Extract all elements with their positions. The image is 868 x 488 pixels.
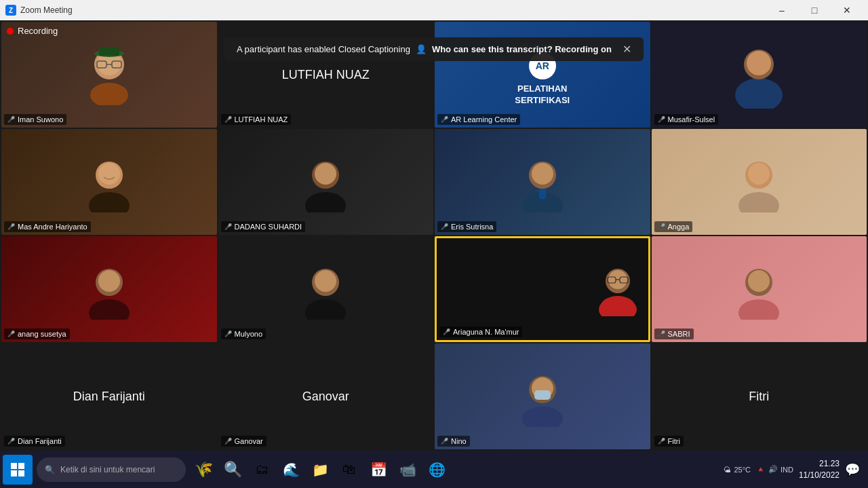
taskbar-app-taskview[interactable]: 🗂	[248, 455, 275, 485]
participant-name-dadang: 🎤 DADANG SUHARDI	[221, 221, 306, 232]
taskbar-search[interactable]: 🔍 Ketik di sini untuk mencari	[37, 457, 186, 482]
participant-label-dian: Dian Farijanti	[18, 437, 62, 445]
cc-banner-bold-text: Who can see this transcript? Recording o…	[432, 44, 612, 54]
video-cell-angga: 🎤 Angga	[652, 129, 867, 235]
participant-name-angga: 🎤 Angga	[654, 221, 693, 232]
video-cell-nino: 🎤 Nino	[435, 343, 650, 449]
svg-point-40	[522, 407, 563, 427]
participant-label-eris: Eris Sutrisna	[451, 223, 493, 231]
mic-icon-nino: 🎤	[441, 438, 448, 445]
video-cell-iman-suwono: 🎤 Iman Suwono	[1, 22, 217, 128]
volume-icon: 🔊	[768, 465, 778, 474]
video-cell-ganovar: Ganovar 🎤 Ganovar	[218, 343, 434, 449]
svg-rect-47	[18, 470, 24, 476]
participant-label-ar: AR Learning Center	[451, 115, 517, 124]
network-icons: 🔺 🔊 IND	[756, 465, 793, 474]
app-icon: Z	[5, 5, 16, 16]
participant-display-name-dian: Dian Farijanti	[66, 383, 152, 411]
mic-icon-dian: 🎤	[7, 438, 15, 445]
taskbar-app-search[interactable]: 🔍	[219, 455, 246, 485]
mic-icon-sabri: 🎤	[658, 331, 665, 337]
taskbar-app-explorer[interactable]: 📁	[307, 455, 334, 485]
svg-point-39	[748, 270, 770, 292]
minimize-button[interactable]: –	[766, 0, 797, 20]
participant-name-fitri: 🎤 Fitri	[654, 436, 684, 447]
participant-label-ganovar: Ganovar	[235, 437, 263, 445]
participant-avatar-andre	[82, 151, 136, 212]
participant-display-name-fitri: Fitri	[742, 383, 776, 411]
temperature: 25°C	[734, 466, 751, 474]
recording-label: Recording	[18, 26, 58, 36]
recording-badge: Recording	[7, 26, 58, 36]
svg-point-24	[89, 299, 130, 320]
svg-point-23	[748, 163, 770, 185]
window-controls[interactable]: – □ ✕	[766, 0, 863, 20]
mic-icon-ganovar: 🎤	[224, 438, 232, 445]
participant-label-andre: Mas Andre Hariyanto	[18, 223, 87, 231]
svg-rect-46	[11, 470, 17, 476]
slide-title: PELATIHANSERTIFIKASI	[515, 83, 570, 107]
participant-name-ar: 🎤 AR Learning Center	[437, 114, 520, 125]
svg-point-10	[747, 51, 771, 75]
video-cell-sabri: 🎤 SABRI	[652, 236, 867, 342]
video-cell-fitri: Fitri 🎤 Fitri	[652, 343, 867, 449]
search-placeholder: Ketik di sini untuk mencari	[60, 465, 155, 474]
weather-icon: 🌤	[724, 466, 731, 474]
svg-point-8	[735, 78, 783, 109]
svg-rect-20	[539, 189, 546, 199]
cc-banner-icon: 👤	[416, 44, 427, 54]
mic-icon-ariaguna: 🎤	[443, 329, 450, 335]
svg-point-29	[315, 270, 336, 292]
participant-name-anang: 🎤 anang susetya	[4, 329, 70, 339]
video-cell-andre: 🎤 Mas Andre Hariyanto	[1, 129, 217, 235]
video-cell-eris: 🎤 Eris Sutrisna	[435, 129, 650, 235]
mic-icon-ar: 🎤	[441, 116, 448, 123]
video-cell-dian: Dian Farijanti 🎤 Dian Farijanti	[1, 343, 217, 449]
participant-avatar-anang	[82, 259, 136, 320]
participant-name-nino: 🎤 Nino	[437, 436, 470, 447]
taskbar-clock: 21.23 11/10/2022	[799, 458, 840, 481]
svg-rect-44	[11, 463, 17, 469]
participant-avatar-sabri	[732, 259, 786, 320]
mic-icon-angga: 🎤	[658, 223, 665, 230]
taskbar-app-chrome[interactable]: 🌐	[423, 455, 450, 485]
svg-point-19	[532, 163, 553, 185]
participant-avatar-nino	[515, 366, 570, 427]
language-label: IND	[781, 466, 793, 474]
notifications-icon[interactable]: 💬	[845, 462, 860, 477]
taskbar-app-edge[interactable]: 🌊	[277, 455, 304, 485]
recording-dot	[7, 28, 14, 35]
participant-name-sabri: 🎤 SABRI	[654, 329, 694, 339]
taskbar-app-store[interactable]: 🛍	[336, 455, 363, 485]
mic-icon-musafir: 🎤	[658, 116, 665, 123]
cc-close-button[interactable]: ✕	[623, 43, 631, 56]
video-cell-ariaguna: 🎤 Ariaguna N. Ma'mur	[435, 236, 650, 342]
taskbar-app-cortana[interactable]: 🌾	[190, 455, 217, 485]
taskbar-apps: 🌾 🔍 🗂 🌊 📁 🛍 📅 📹 🌐	[190, 455, 450, 485]
taskbar-app-zoom[interactable]: 📹	[394, 455, 421, 485]
video-cell-anang: 🎤 anang susetya	[1, 236, 217, 342]
mic-icon-andre: 🎤	[7, 223, 15, 230]
windows-logo-icon	[10, 462, 25, 477]
participant-label-sabri: SABRI	[668, 330, 690, 338]
mic-icon-iman: 🎤	[7, 116, 15, 123]
cc-banner-text: A participant has enabled Closed Caption…	[237, 44, 410, 54]
svg-rect-7	[99, 48, 119, 56]
title-bar: Z Zoom Meeting – □ ✕	[0, 0, 868, 20]
participant-avatar-mulyono	[298, 259, 353, 320]
participant-name-dian: 🎤 Dian Farijanti	[4, 436, 65, 447]
svg-point-16	[315, 163, 336, 185]
participant-label-fitri: Fitri	[668, 437, 680, 445]
svg-point-14	[305, 192, 346, 212]
taskbar-app-zoom-30[interactable]: 📅	[365, 455, 392, 485]
participant-name-eris: 🎤 Eris Sutrisna	[437, 221, 496, 232]
svg-point-37	[738, 299, 779, 320]
maximize-button[interactable]: □	[799, 0, 830, 20]
start-button[interactable]	[3, 455, 33, 485]
participant-avatar-ariaguna	[594, 262, 642, 316]
taskbar: 🔍 Ketik di sini untuk mencari 🌾 🔍 🗂 🌊 📁 …	[0, 451, 868, 488]
window-title: Zoom Meeting	[20, 5, 766, 15]
svg-point-21	[738, 192, 779, 212]
close-button[interactable]: ✕	[831, 0, 863, 20]
cc-banner: A participant has enabled Closed Caption…	[224, 37, 644, 61]
